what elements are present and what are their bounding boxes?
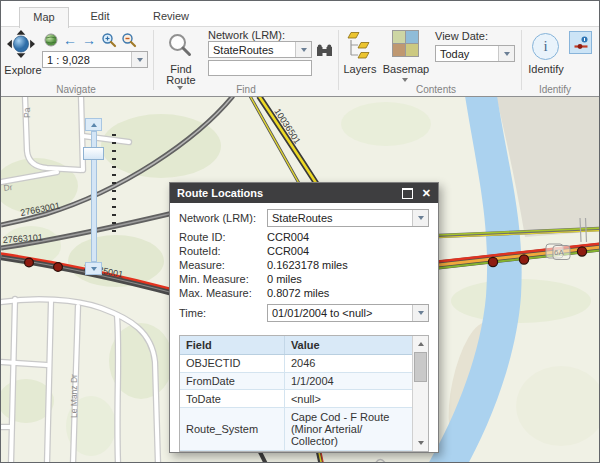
table-row: ToDate <null> xyxy=(180,390,412,408)
table-row: FromDate 1/1/2004 xyxy=(180,372,412,390)
network-lrm-combo[interactable]: StateRoutes xyxy=(208,41,312,58)
slider-zoom-out-button[interactable] xyxy=(85,262,102,275)
dlg-time-value: 01/01/2004 to <null> xyxy=(268,307,412,319)
maximize-icon[interactable] xyxy=(402,188,413,199)
field-label: Min. Measure: xyxy=(179,273,267,285)
map-scale-combo[interactable]: 1 : 9,028 xyxy=(42,51,148,68)
view-date-value: Today xyxy=(436,48,498,60)
field-row: Max. Measure: 0.8072 miles xyxy=(179,286,429,300)
table-row: OBJECTID 2046 xyxy=(180,355,412,373)
dlg-network-value: StateRoutes xyxy=(268,212,412,224)
slider-zoom-in-button[interactable] xyxy=(85,118,102,131)
identify-route-location-toggle[interactable] xyxy=(569,31,592,54)
globe-icon xyxy=(44,33,58,47)
chevron-up-icon xyxy=(91,123,97,127)
field-value: 0 miles xyxy=(267,273,302,285)
map-scale-value: 1 : 9,028 xyxy=(43,54,131,66)
dialog-titlebar[interactable]: Route Locations ✕ xyxy=(170,183,438,203)
table-scrollbar[interactable] xyxy=(412,336,428,451)
field-row: Route ID: CCR004 xyxy=(179,230,429,244)
scrollbar-thumb[interactable] xyxy=(414,352,427,382)
basemap-button-label: Basemap xyxy=(381,63,431,75)
zoom-in-icon xyxy=(101,32,117,48)
chevron-down-icon xyxy=(301,48,307,52)
arrow-left-icon: ← xyxy=(63,33,77,47)
dlg-time-dropdown[interactable] xyxy=(412,305,428,321)
table-header-value: Value xyxy=(284,336,412,355)
group-separator xyxy=(153,30,154,90)
field-row: RouteId: CCR004 xyxy=(179,244,429,258)
table-cell-value: 1/1/2004 xyxy=(284,372,412,390)
table-cell-field: ToDate xyxy=(180,390,284,408)
chevron-down-icon xyxy=(418,311,424,315)
zoom-out-icon xyxy=(121,32,137,48)
close-icon[interactable]: ✕ xyxy=(422,188,431,199)
ribbon: Explore ← → xyxy=(1,27,599,97)
map-scale-dropdown[interactable] xyxy=(131,52,147,67)
field-value: 0.1623178 miles xyxy=(267,259,348,271)
layers-button[interactable] xyxy=(345,30,375,60)
table-cell-value: Cape Cod - F Route (Minor Arterial/ Coll… xyxy=(284,408,412,451)
attributes-table: Field Value OBJECTID 2046 FromDate 1/1/2… xyxy=(179,335,429,452)
full-extent-button[interactable] xyxy=(42,31,60,49)
dlg-network-dropdown[interactable] xyxy=(412,210,428,226)
find-route-button[interactable] xyxy=(167,32,195,58)
network-lrm-label: Network (LRM): xyxy=(208,29,285,41)
route-value-input[interactable] xyxy=(208,60,312,76)
view-date-combo[interactable]: Today xyxy=(435,45,515,62)
identify-button[interactable]: i xyxy=(532,33,559,60)
slider-tick-marks xyxy=(112,134,116,234)
tab-map[interactable]: Map xyxy=(19,7,69,28)
table-row: Route_System Cape Cod - F Route (Minor A… xyxy=(180,408,412,451)
network-lrm-dropdown[interactable] xyxy=(295,42,311,57)
explore-button-label: Explore xyxy=(1,64,45,76)
layers-button-label: Layers xyxy=(340,63,380,75)
dlg-time-label: Time: xyxy=(179,307,267,319)
fixed-zoom-in-button[interactable] xyxy=(100,31,118,49)
scroll-up-icon[interactable] xyxy=(413,338,428,350)
street-label: Dr xyxy=(3,182,13,193)
previous-extent-button[interactable]: ← xyxy=(61,31,79,49)
street-label: Le Manz Dr xyxy=(69,374,79,418)
slider-handle[interactable] xyxy=(83,147,104,160)
next-extent-button[interactable]: → xyxy=(80,31,98,49)
view-date-dropdown[interactable] xyxy=(498,46,514,61)
table-cell-field: FromDate xyxy=(180,372,284,390)
identify-group-label: Identify xyxy=(525,84,585,95)
explore-button[interactable] xyxy=(7,30,37,58)
dlg-network-combo[interactable]: StateRoutes xyxy=(267,209,429,227)
network-lrm-value: StateRoutes xyxy=(209,44,295,56)
tab-edit[interactable]: Edit xyxy=(79,7,121,26)
dlg-time-combo[interactable]: 01/01/2004 to <null> xyxy=(267,304,429,322)
fixed-zoom-out-button[interactable] xyxy=(120,31,138,49)
tab-review[interactable]: Review xyxy=(147,7,195,26)
route-locations-dialog: Route Locations ✕ Network (LRM): StateRo… xyxy=(169,182,439,453)
field-label: RouteId: xyxy=(179,245,267,257)
find-route-dropdown-caret[interactable] xyxy=(177,86,183,90)
field-label: Route ID: xyxy=(179,231,267,243)
basemap-button[interactable] xyxy=(392,30,419,57)
navigate-group-label: Navigate xyxy=(31,84,121,95)
field-value: CCR004 xyxy=(267,231,309,243)
basemap-dropdown-caret[interactable] xyxy=(402,78,408,82)
locate-route-button[interactable] xyxy=(315,41,333,59)
identify-icon: i xyxy=(543,38,547,55)
contents-group-label: Contents xyxy=(391,84,481,95)
field-row: Measure: 0.1623178 miles xyxy=(179,258,429,272)
chevron-down-icon xyxy=(91,267,97,271)
dlg-network-label: Network (LRM): xyxy=(179,212,267,224)
chevron-down-icon xyxy=(504,52,510,56)
table-header-field: Field xyxy=(180,336,284,355)
view-date-label: View Date: xyxy=(435,30,488,42)
basemap-tile-icon xyxy=(393,31,405,43)
chevron-down-icon xyxy=(137,58,143,62)
app-window: Map Edit Review Explore ← xyxy=(0,0,600,463)
basemap-tile-icon xyxy=(406,31,418,43)
identify-route-icon xyxy=(573,35,589,51)
field-row: Min. Measure: 0 miles xyxy=(179,272,429,286)
find-group-label: Find xyxy=(201,84,291,95)
find-route-icon xyxy=(167,32,193,58)
field-value: CCR004 xyxy=(267,245,309,257)
ribbon-tabstrip: Map Edit Review xyxy=(1,1,599,27)
scroll-down-icon[interactable] xyxy=(413,437,428,449)
